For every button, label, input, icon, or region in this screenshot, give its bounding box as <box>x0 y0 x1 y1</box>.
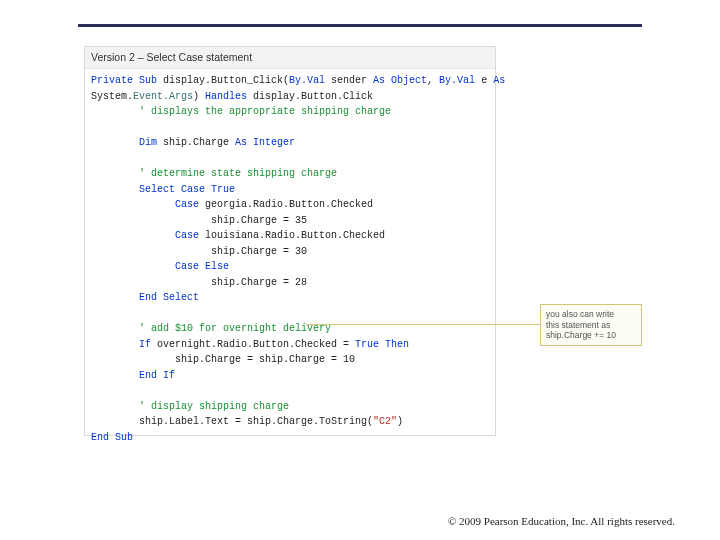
annotation-note: you also can write this statement as shi… <box>540 304 642 346</box>
code-string: "C2" <box>373 416 397 427</box>
code-kw: By.Val <box>289 75 325 86</box>
annotation-note-line: this statement as <box>546 320 636 331</box>
code-body: Private Sub display.Button_Click(By.Val … <box>85 69 495 451</box>
code-kw: End Sub <box>91 432 133 443</box>
code-comment: ' add $10 for overnight delivery <box>91 323 331 334</box>
code-text: ship.Charge = 28 <box>91 277 307 288</box>
code-kw: End Select <box>91 292 199 303</box>
code-text: ship.Charge = 30 <box>91 246 307 257</box>
code-kw: True <box>211 184 235 195</box>
code-comment: ' display shipping charge <box>91 401 289 412</box>
code-kw: End If <box>91 370 175 381</box>
code-panel: Version 2 – Select Case statement Privat… <box>84 46 496 436</box>
code-text: louisiana.Radio.Button.Checked <box>199 230 385 241</box>
code-text: e <box>475 75 493 86</box>
code-kw: Dim <box>91 137 157 148</box>
code-kw: By.Val <box>439 75 475 86</box>
code-comment: ' displays the appropriate shipping char… <box>91 106 391 117</box>
annotation-connector <box>306 324 540 325</box>
code-kw: Case <box>91 199 199 210</box>
code-text: display.Button.Click <box>247 91 373 102</box>
code-kw: As Integer <box>235 137 295 148</box>
copyright-text: © 2009 Pearson Education, Inc. All right… <box>448 515 675 527</box>
top-divider <box>78 24 642 27</box>
code-text: ship.Charge = ship.Charge = 10 <box>91 354 355 365</box>
code-text: sender <box>325 75 373 86</box>
annotation-note-line: ship.Charge += 10 <box>546 330 636 341</box>
code-text: ship.Label.Text = ship.Charge.ToString( <box>91 416 373 427</box>
code-text: georgia.Radio.Button.Checked <box>199 199 373 210</box>
code-kw: Private Sub <box>91 75 157 86</box>
annotation-note-line: you also can write <box>546 309 636 320</box>
code-text: display.Button_Click( <box>157 75 289 86</box>
code-kw: Select Case <box>91 184 205 195</box>
code-kw: True <box>355 339 379 350</box>
code-text: ) <box>397 416 403 427</box>
code-kw: Then <box>385 339 409 350</box>
code-type: Event.Args <box>133 91 193 102</box>
code-text: ship.Charge = 35 <box>91 215 307 226</box>
code-text: System. <box>91 91 133 102</box>
code-kw: If <box>91 339 151 350</box>
code-text: ship.Charge <box>157 137 235 148</box>
code-kw: Case <box>91 230 199 241</box>
code-text: , <box>427 75 439 86</box>
code-panel-title: Version 2 – Select Case statement <box>85 47 495 69</box>
code-kw: Handles <box>205 91 247 102</box>
code-comment: ' determine state shipping charge <box>91 168 337 179</box>
code-text: ) <box>193 91 205 102</box>
code-text: overnight.Radio.Button.Checked = <box>151 339 355 350</box>
code-kw: Case Else <box>91 261 229 272</box>
code-kw: As Object <box>373 75 427 86</box>
code-kw: As <box>493 75 505 86</box>
